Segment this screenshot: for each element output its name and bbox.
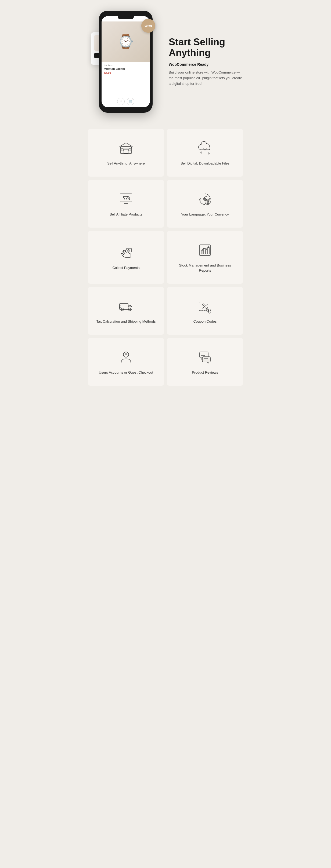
feature-affiliate-label: Sell Affiliate Products (110, 212, 142, 217)
feature-user-accounts: Users Accounts or Guest Checkout (88, 338, 164, 386)
phone-product-price: $8.00 (104, 71, 147, 74)
feature-sell-anything: Sell Anything, Anywhere (88, 129, 164, 177)
feature-tax-shipping: Tax Calculation and Shipping Methods (88, 287, 164, 335)
svg-point-17 (126, 198, 127, 199)
affiliate-icon (117, 191, 135, 208)
cloud-download-icon (196, 140, 214, 157)
svg-point-50 (123, 352, 129, 357)
svg-rect-32 (205, 250, 207, 254)
feature-coupon-label: Coupon Codes (193, 319, 217, 324)
svg-line-44 (202, 304, 208, 308)
feature-sell-anything-label: Sell Anything, Anywhere (107, 161, 144, 166)
svg-rect-5 (120, 147, 132, 148)
phone-product-name: Woman Jacket (104, 67, 147, 70)
woo-badge: woo (141, 19, 155, 33)
reviews-icon (196, 349, 214, 366)
store-icon (117, 140, 135, 157)
coupon-icon (196, 298, 214, 315)
hero-title: Start Selling Anything (169, 37, 243, 58)
svg-rect-31 (203, 249, 205, 254)
svg-rect-30 (201, 251, 203, 254)
hero-subtitle: WooCommerce Ready (169, 62, 243, 67)
feature-user-accounts-label: Users Accounts or Guest Checkout (99, 370, 153, 375)
svg-rect-35 (119, 304, 128, 309)
hero-phone-area: 💍 Buy Now $8.00 ⌚ Jackets Woman Jacket $… (88, 11, 163, 113)
phone-notch (118, 16, 134, 19)
feature-tax-shipping-label: Tax Calculation and Shipping Methods (96, 319, 156, 324)
svg-rect-54 (202, 357, 210, 362)
users-icon (117, 349, 135, 366)
svg-point-34 (208, 246, 209, 247)
svg-rect-6 (121, 149, 123, 151)
feature-sell-digital-label: Sell Digital, Downloadable Files (181, 161, 229, 166)
feature-sell-digital: Sell Digital, Downloadable Files (167, 129, 243, 177)
reports-icon (196, 242, 214, 259)
currency-icon (196, 191, 214, 208)
features-grid: Sell Anything, Anywhere Sell Digital, Do… (83, 123, 248, 396)
svg-point-28 (128, 250, 130, 251)
svg-point-43 (206, 307, 208, 309)
feature-stock-management: Stock Management and Business Reports (167, 231, 243, 283)
phone-action-icons: ♡ 🛒 (102, 96, 150, 107)
phone-category: Jackets (104, 64, 147, 67)
cart-icon[interactable]: 🛒 (127, 98, 134, 105)
feature-currency-label: Your Language, Your Currency (181, 212, 229, 217)
feature-currency: Your Language, Your Currency (167, 180, 243, 227)
phone-product-info: Jackets Woman Jacket $8.00 (102, 62, 150, 96)
feature-payments-label: Collect Payments (112, 266, 139, 270)
hero-section: 💍 Buy Now $8.00 ⌚ Jackets Woman Jacket $… (83, 0, 248, 123)
svg-point-16 (124, 198, 125, 199)
hero-text: Start Selling Anything WooCommerce Ready… (169, 37, 243, 87)
wishlist-icon[interactable]: ♡ (117, 98, 125, 105)
feature-payments: Collect Payments (88, 231, 164, 283)
feature-reviews: Product Reviews (167, 338, 243, 386)
payments-icon (117, 244, 135, 261)
svg-marker-18 (128, 196, 130, 200)
feature-reviews-label: Product Reviews (192, 370, 218, 375)
feature-sell-affiliate: Sell Affiliate Products (88, 180, 164, 227)
svg-rect-7 (129, 149, 131, 151)
svg-point-46 (208, 311, 210, 313)
feature-coupons: Coupon Codes (167, 287, 243, 335)
feature-stock-label: Stock Management and Business Reports (172, 263, 238, 273)
svg-rect-33 (208, 247, 209, 254)
svg-line-48 (205, 311, 208, 312)
svg-point-42 (202, 304, 204, 305)
svg-point-45 (208, 309, 210, 311)
shipping-icon (117, 298, 135, 315)
hero-description: Build your online store with WooCommerce… (169, 70, 243, 86)
